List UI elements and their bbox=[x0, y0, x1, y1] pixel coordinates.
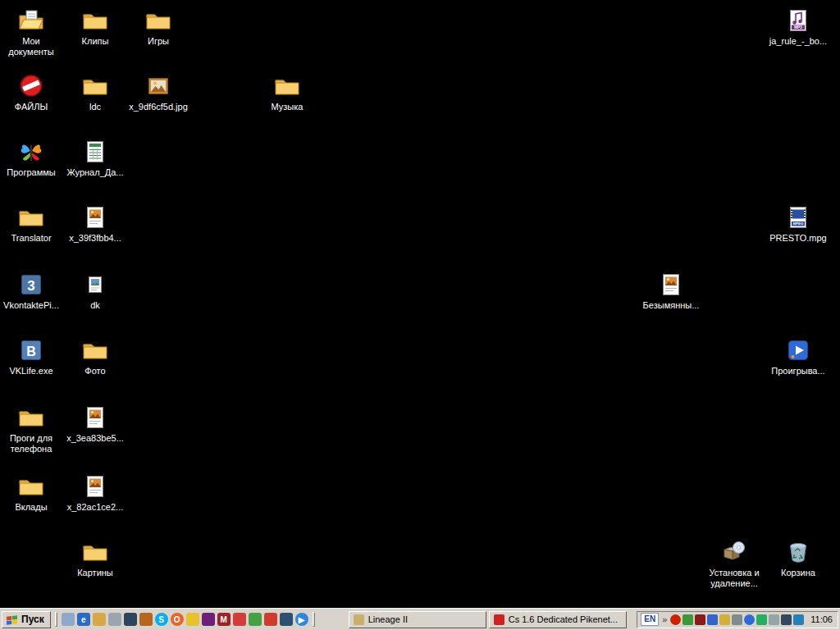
folder-icon bbox=[81, 336, 109, 364]
desktop-icon-label: VKLife.exe bbox=[9, 366, 52, 377]
winamp-icon[interactable]: M bbox=[217, 613, 231, 626]
desktop-icon-label: Клипы bbox=[82, 36, 109, 47]
folder-icon bbox=[81, 538, 109, 566]
vk-3-icon: 3 bbox=[17, 271, 45, 299]
desktop-icon[interactable]: ВVKLife.exe bbox=[1, 336, 62, 377]
desktop-icon-label: Безымянны... bbox=[643, 300, 700, 311]
desktop-icon[interactable]: Безымянны... bbox=[641, 271, 701, 311]
tray-icon-gold[interactable] bbox=[719, 614, 730, 625]
desktop-icon[interactable]: Проигрыва... bbox=[768, 336, 829, 377]
image-file-icon bbox=[81, 203, 109, 231]
skype-icon[interactable]: S bbox=[155, 613, 168, 626]
desktop-icon[interactable]: Вклады bbox=[1, 472, 62, 513]
image-file-icon bbox=[81, 404, 109, 431]
tray-icon-slate[interactable] bbox=[781, 614, 792, 625]
folder-icon bbox=[17, 472, 45, 500]
desktop-icon[interactable]: ldc bbox=[65, 72, 126, 112]
desktop-icon[interactable]: Корзина bbox=[768, 538, 829, 578]
desktop-icon[interactable]: Музыка bbox=[257, 72, 317, 112]
desktop-icon-label: VkontaktePi... bbox=[3, 300, 59, 311]
tray-icon-azure[interactable] bbox=[793, 614, 804, 625]
desktop-icon[interactable]: 3VkontaktePi... bbox=[1, 271, 62, 311]
desktop-icon[interactable]: Игры bbox=[128, 7, 189, 47]
svg-text:MP3: MP3 bbox=[794, 25, 802, 30]
desktop-icon[interactable]: x_9df6cf5d.jpg bbox=[128, 72, 189, 112]
desktop-icon[interactable]: MPEGPRESTO.mpg bbox=[768, 203, 829, 244]
app-icon-navy[interactable] bbox=[280, 613, 293, 626]
start-button[interactable]: Пуск bbox=[2, 611, 51, 628]
taskbar: Пуск eSOM▶ Lineage IICs 1.6 Dedicated Pi… bbox=[0, 608, 840, 630]
app-icon-yellow[interactable] bbox=[186, 613, 199, 626]
desktop-icon-label: x_9df6cf5d.jpg bbox=[129, 102, 188, 112]
folder-icon bbox=[17, 404, 45, 431]
tray-icon-silver[interactable] bbox=[769, 614, 779, 625]
desktop-icon[interactable]: x_3ea83be5... bbox=[65, 404, 126, 444]
task-button-label: Lineage II bbox=[368, 614, 408, 624]
desktop-icon[interactable]: x_39f3fbb4... bbox=[65, 203, 126, 244]
desktop: Мои документыКлипыИгрыMP3ja_rule_-_bo...… bbox=[0, 0, 840, 630]
desktop-icon-label: Translator bbox=[11, 233, 51, 244]
task-button-icon bbox=[494, 614, 504, 625]
tray-icon-maroon[interactable] bbox=[695, 614, 705, 625]
start-button-label: Пуск bbox=[21, 614, 44, 625]
desktop-icon[interactable]: Клипы bbox=[65, 7, 126, 47]
task-button[interactable]: Cs 1.6 Dedicated Pikenet... bbox=[489, 611, 627, 628]
toolbar-handle[interactable] bbox=[313, 612, 315, 627]
desktop-icon-label: Фото bbox=[84, 366, 105, 377]
desktop-icon[interactable]: Картины bbox=[65, 538, 126, 578]
desktop-icon[interactable]: Translator bbox=[1, 203, 62, 244]
windows-logo-icon bbox=[6, 614, 18, 625]
clock: 11:06 bbox=[810, 614, 833, 624]
internet-explorer-icon[interactable]: e bbox=[77, 613, 90, 626]
desktop-icon[interactable]: Журнал_Да... bbox=[65, 138, 126, 178]
desktop-icon[interactable]: x_82ac1ce2... bbox=[65, 472, 126, 513]
language-indicator[interactable]: EN bbox=[641, 613, 659, 626]
desktop-icon[interactable]: Проги для телефона bbox=[1, 404, 62, 454]
spreadsheet-icon bbox=[81, 138, 109, 166]
app-icon-crimson[interactable] bbox=[264, 613, 277, 626]
tray-icon-gray[interactable] bbox=[732, 614, 742, 625]
tray-icon-emerald[interactable] bbox=[756, 614, 767, 625]
desktop-icon[interactable]: MP3ja_rule_-_bo... bbox=[768, 7, 829, 47]
tray-icon-red[interactable] bbox=[670, 614, 681, 625]
browser-icon-orange[interactable]: O bbox=[171, 613, 184, 626]
desktop-icon[interactable]: Установка и удаление... bbox=[704, 538, 765, 589]
desktop-icon-label: Программы bbox=[7, 167, 55, 178]
task-button-icon bbox=[354, 614, 364, 625]
butterfly-icon bbox=[17, 138, 45, 166]
desktop-icon[interactable]: Программы bbox=[1, 138, 62, 178]
desktop-icon-label: Проги для телефона bbox=[1, 433, 62, 454]
app-icon-green[interactable] bbox=[249, 613, 262, 626]
toolbar-handle[interactable] bbox=[55, 612, 57, 627]
media-play-icon[interactable]: ▶ bbox=[295, 613, 308, 626]
app-icon-purple[interactable] bbox=[202, 613, 215, 626]
desktop-icon-label: dk bbox=[90, 300, 100, 311]
folder-shortcut-icon[interactable] bbox=[93, 613, 106, 626]
desktop-icon[interactable]: ФАЙЛЫ bbox=[1, 72, 62, 112]
vk-b-icon: В bbox=[17, 336, 45, 364]
mpeg-icon: MPEG bbox=[784, 203, 812, 231]
folder-icon bbox=[17, 203, 45, 231]
folder-icon bbox=[273, 72, 301, 100]
app-icon-red[interactable] bbox=[233, 613, 246, 626]
app-icon-brown[interactable] bbox=[139, 613, 153, 626]
task-button-label: Cs 1.6 Dedicated Pikenet... bbox=[509, 614, 618, 624]
desktop-icon[interactable]: Мои документы bbox=[1, 7, 62, 57]
tray-icon-royal[interactable] bbox=[744, 614, 755, 625]
show-desktop-icon[interactable] bbox=[62, 613, 75, 626]
desktop-icon-label: ja_rule_-_bo... bbox=[769, 36, 827, 47]
jpeg-icon bbox=[144, 72, 172, 100]
app-icon-dark[interactable] bbox=[124, 613, 137, 626]
tray-icon-blue[interactable] bbox=[707, 614, 718, 625]
desktop-icon-label: Картины bbox=[77, 568, 113, 578]
desktop-icon-label: Мои документы bbox=[1, 36, 62, 57]
desktop-icon[interactable]: dk bbox=[65, 271, 126, 311]
desktop-icon[interactable]: Фото bbox=[65, 336, 126, 377]
tray-icon-green[interactable] bbox=[682, 614, 693, 625]
desktop-icon-label: Проигрыва... bbox=[771, 366, 824, 377]
task-button[interactable]: Lineage II bbox=[349, 611, 486, 628]
app-icon-gray[interactable] bbox=[108, 613, 121, 626]
my-documents-icon bbox=[17, 7, 45, 34]
tray-overflow-chevron-icon[interactable]: » bbox=[661, 614, 668, 624]
desktop-icon-label: Музыка bbox=[272, 102, 304, 112]
